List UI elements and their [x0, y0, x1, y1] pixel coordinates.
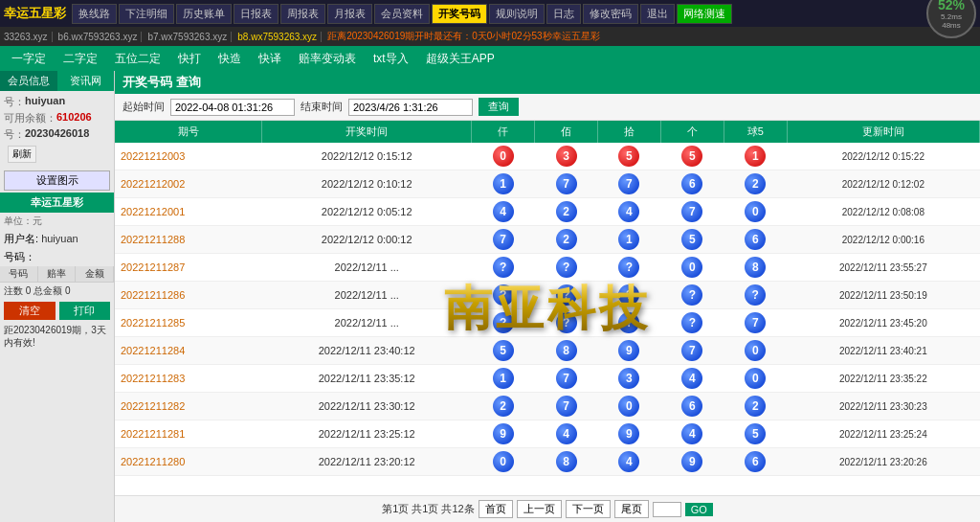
col-ge: 个: [660, 121, 724, 143]
nav-规则说明[interactable]: 规则说明: [489, 4, 545, 24]
cell-digit-4: 5: [724, 420, 787, 448]
username-value: huiyuan: [25, 95, 65, 109]
sidebar-tab-news[interactable]: 资讯网: [57, 71, 115, 91]
cell-digit-3: 5: [660, 143, 724, 170]
nav2-一字定[interactable]: 一字定: [4, 49, 54, 69]
cell-digit-3: 6: [660, 170, 724, 198]
cell-period: 20221211282: [115, 393, 262, 420]
cell-period: 20221212003: [115, 143, 262, 170]
sidebar-notice: 距20230426019期，3天内有效!: [0, 322, 114, 351]
cell-time: 2022/12/12 0:00:12: [262, 226, 472, 254]
cell-period: 20221211280: [115, 448, 262, 476]
cell-digit-0: 0: [472, 448, 535, 476]
cell-digit-4: 7: [724, 309, 787, 337]
cell-update: 2022/12/11 23:50:19: [787, 282, 979, 309]
col-shi: 拾: [598, 121, 661, 143]
period-value: 20230426018: [25, 127, 89, 142]
cell-update: 2022/12/11 23:20:26: [787, 448, 979, 476]
nav-网络测速[interactable]: 网络测速: [677, 4, 732, 24]
nav-下注明细[interactable]: 下注明细: [119, 4, 174, 24]
content-area: 开奖号码 查询 起始时间 结束时间 查询 南亚科技 期号 开奖时间 仟 佰: [115, 71, 980, 522]
nav-日志[interactable]: 日志: [546, 4, 581, 24]
cell-digit-0: ?: [472, 282, 535, 309]
nav-退出[interactable]: 退出: [640, 4, 675, 24]
url-1[interactable]: 33263.xyz: [4, 32, 53, 42]
end-time-label: 结束时间: [301, 100, 343, 114]
nav-修改密码[interactable]: 修改密码: [583, 4, 638, 24]
cell-digit-4: 2: [724, 393, 787, 420]
nav2-五位二定[interactable]: 五位二定: [107, 49, 168, 69]
end-time-input[interactable]: [348, 99, 473, 116]
go-button[interactable]: GO: [685, 503, 713, 516]
nav2-赔率变动表[interactable]: 赔率变动表: [291, 49, 364, 69]
cell-digit-0: ?: [472, 254, 535, 282]
period-label: 号：: [4, 127, 25, 142]
prev-page-button[interactable]: 上一页: [517, 500, 562, 518]
cell-digit-4: 6: [724, 226, 787, 254]
nav-周报表[interactable]: 周报表: [280, 4, 325, 24]
nav-会员资料[interactable]: 会员资料: [374, 4, 430, 24]
cell-period: 20221211283: [115, 365, 262, 393]
start-time-input[interactable]: [170, 99, 295, 116]
last-page-button[interactable]: 尾页: [614, 500, 649, 518]
countdown-text: 距离20230426019期开时最还有：0天0小时02分53秒幸运五星彩: [327, 30, 600, 43]
cell-digit-3: ?: [660, 282, 724, 309]
cell-digit-2: 5: [598, 143, 661, 170]
col-period: 期号: [115, 121, 262, 143]
url-3[interactable]: b7.wx7593263.xyz: [147, 32, 232, 42]
cell-period: 20221211287: [115, 254, 262, 282]
cell-digit-2: 1: [598, 226, 661, 254]
nav2-快造[interactable]: 快造: [211, 49, 249, 69]
set-display-button[interactable]: 设置图示: [4, 170, 110, 191]
cell-digit-4: 8: [724, 254, 787, 282]
col-update: 更新时间: [787, 121, 979, 143]
nav-换线路[interactable]: 换线路: [72, 4, 117, 24]
sidebar-tab-member-info[interactable]: 会员信息: [0, 71, 57, 91]
cell-update: 2022/12/11 23:55:27: [787, 254, 979, 282]
cell-update: 2022/12/11 23:30:23: [787, 393, 979, 420]
table-row: 202212120022022/12/12 0:10:12177622022/1…: [115, 170, 980, 198]
nav2-快译[interactable]: 快译: [251, 49, 289, 69]
nav2-二字定[interactable]: 二字定: [56, 49, 105, 69]
cell-digit-1: 2: [535, 198, 598, 226]
refresh-button[interactable]: 刷新: [8, 146, 36, 163]
nav-历史账单[interactable]: 历史账单: [176, 4, 232, 24]
cell-digit-0: 9: [472, 420, 535, 448]
cell-time: 2022/12/11 23:40:12: [262, 337, 472, 365]
sidebar-info: 号： huiyuan 可用余额： 610206 号： 20230426018 刷…: [0, 91, 114, 169]
nav2-快打[interactable]: 快打: [170, 49, 209, 69]
cell-digit-1: 8: [535, 337, 598, 365]
url-4[interactable]: b8.wx7593263.xyz: [237, 32, 322, 42]
cell-digit-0: 5: [472, 337, 535, 365]
cell-update: 2022/12/11 23:45:20: [787, 309, 979, 337]
nav-开奖号码[interactable]: 开奖号码: [432, 4, 487, 24]
cell-digit-3: 9: [660, 448, 724, 476]
next-page-button[interactable]: 下一页: [566, 500, 611, 518]
cell-digit-4: 0: [724, 365, 787, 393]
nav2-txt导入[interactable]: txt导入: [366, 49, 416, 69]
cell-update: 2022/12/12 0:15:22: [787, 143, 979, 170]
nav-日报表[interactable]: 日报表: [234, 4, 278, 24]
cell-digit-2: 7: [598, 170, 661, 198]
speed-ms2: 48ms: [942, 21, 961, 30]
nav2-超级关王APP[interactable]: 超级关王APP: [418, 49, 502, 69]
nav-月报表[interactable]: 月报表: [327, 4, 372, 24]
speed-ms1: 5.2ms: [941, 12, 962, 21]
col-time: 开奖时间: [262, 121, 472, 143]
cell-time: 2022/12/11 23:25:12: [262, 420, 472, 448]
sidebar-period-row: 号： 20230426018: [4, 127, 110, 142]
cell-digit-3: 7: [660, 198, 724, 226]
speed-indicator-container: 52% 5.2ms 48ms: [926, 0, 976, 38]
pagination-bar: 第1页 共1页 共12条 首页 上一页 下一页 尾页 GO: [115, 495, 980, 522]
clear-button[interactable]: 清空: [4, 302, 56, 320]
print-button[interactable]: 打印: [59, 302, 111, 320]
table-row: 202212112862022/12/11 ...?????2022/12/11…: [115, 282, 980, 309]
cell-period: 20221211285: [115, 309, 262, 337]
url-2[interactable]: b6.wx7593263.xyz: [58, 32, 143, 42]
cell-digit-0: 4: [472, 198, 535, 226]
page-number-input[interactable]: [653, 502, 681, 517]
cell-digit-2: ?: [598, 254, 661, 282]
first-page-button[interactable]: 首页: [479, 500, 513, 518]
cell-period: 20221212001: [115, 198, 262, 226]
query-button[interactable]: 查询: [479, 98, 519, 116]
